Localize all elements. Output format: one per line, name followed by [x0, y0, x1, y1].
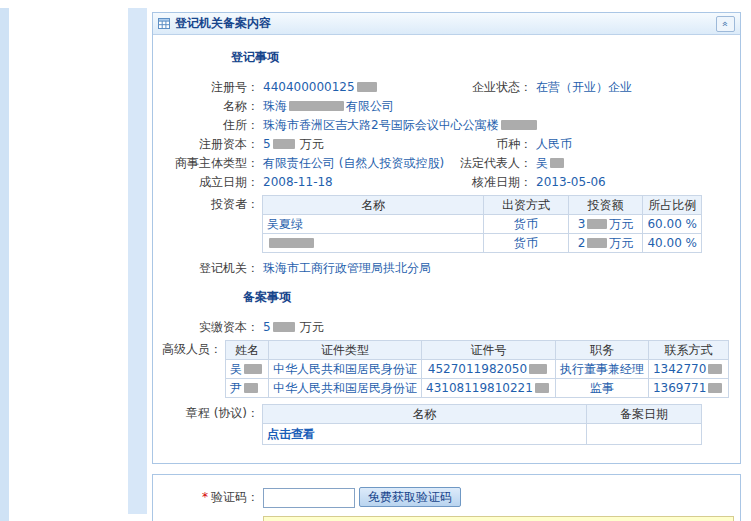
person-name: 尹 [226, 379, 269, 398]
senior-personnel-block: 高级人员： 姓名 证件类型 证件号 职务 联系方式 [153, 340, 740, 398]
field-row: 登记机关： 珠海市工商行政管理局拱北分局 [153, 259, 740, 277]
investment-amount: 3万元 [568, 215, 643, 234]
currency-value: 人民币 [536, 135, 572, 153]
investment-amount: 2万元 [568, 234, 643, 253]
col-header-name: 名称 [263, 196, 484, 215]
field-row: 注册号： 440400000125 企业状态： 在营（开业）企业 [153, 78, 740, 96]
person-name: 吴 [226, 360, 269, 379]
captcha-panel: *验证码： 免费获取验证码 该验证码是发给网上代理人的手机，目前你的网上代理人是… [152, 474, 741, 521]
panel-title: 登记机关备案内容 [175, 15, 271, 32]
col-header-person-name: 姓名 [226, 341, 269, 360]
entity-type-value: 有限责任公司 (自然人投资或控股) [263, 154, 444, 172]
id-type: 中华人民共和国居民身份证 [273, 381, 417, 395]
get-captcha-button[interactable]: 免费获取验证码 [359, 487, 461, 507]
registered-capital-value: 5万元 [263, 135, 324, 153]
table-header-row: 名称 备案日期 [263, 405, 702, 424]
company-name-label: 名称： [153, 97, 259, 115]
status-value: 在营（开业）企业 [536, 78, 632, 96]
chevron-up-icon: » [721, 20, 731, 26]
redacted-text [708, 383, 722, 393]
view-charter-link[interactable]: 点击查看 [267, 427, 315, 441]
captcha-row: *验证码： 免费获取验证码 [153, 487, 740, 509]
panel-header: 登记机关备案内容 » [153, 13, 740, 35]
company-name-value: 珠海有限公司 [263, 97, 394, 115]
authority-link[interactable]: 珠海市工商行政管理局拱北分局 [263, 259, 431, 277]
field-row: 名称： 珠海有限公司 [153, 97, 740, 115]
redacted-text [501, 120, 537, 130]
approval-date-label: 核准日期： [425, 173, 532, 191]
ownership-ratio: 40.00 % [647, 236, 697, 250]
col-header-position: 职务 [555, 341, 648, 360]
field-row: 住所： 珠海市香洲区吉大路2号国际会议中心公寓楼 [153, 116, 740, 134]
establish-date-label: 成立日期： [153, 173, 259, 191]
personnel-row: 吴 中华人民共和国居民身份证 4527011982050 执行董事兼经理 134… [226, 360, 729, 379]
investors-label: 投资者： [153, 195, 259, 214]
ownership-ratio: 60.00 % [647, 217, 697, 231]
table-header-row: 名称 出资方式 投资额 所占比例 [263, 196, 702, 215]
redacted-text [244, 383, 258, 393]
col-header-amount: 投资额 [568, 196, 643, 215]
required-asterisk: * [202, 490, 208, 504]
col-header-id-type: 证件类型 [269, 341, 422, 360]
investors-table: 名称 出资方式 投资额 所占比例 吴夏绿 货币 3万元 60.00 % [262, 195, 702, 253]
address-label: 住所： [153, 116, 259, 134]
investor-row: 吴夏绿 货币 3万元 60.00 % [263, 215, 702, 234]
left-edge-strip [0, 8, 9, 521]
senior-personnel-table: 姓名 证件类型 证件号 职务 联系方式 吴 中华人民共和国居民身份证 45270… [225, 340, 729, 398]
address-value: 珠海市香洲区吉大路2号国际会议中心公寓楼 [263, 116, 539, 134]
position: 执行董事兼经理 [560, 362, 644, 376]
senior-personnel-label: 高级人员： [153, 340, 222, 359]
contact-number: 1342770 [648, 360, 728, 379]
authority-label: 登记机关： [153, 259, 259, 277]
redacted-text [587, 219, 607, 229]
charter-table: 名称 备案日期 点击查看 [262, 404, 702, 445]
registered-capital-label: 注册资本： [153, 135, 259, 153]
section-title-filing: 备案事项 [243, 289, 740, 306]
redacted-text [550, 158, 564, 168]
main-content: 登记机关备案内容 » 登记事项 注册号： 440400000125 企业状态： … [152, 12, 741, 521]
col-header-filing-date: 备案日期 [587, 405, 702, 424]
id-type: 中华人民共和国居民身份证 [273, 362, 417, 376]
establish-date-value: 2008-11-18 [263, 173, 333, 191]
redacted-text [273, 322, 295, 332]
redacted-text [269, 238, 314, 248]
approval-date-value: 2013-05-06 [536, 173, 606, 191]
col-header-method: 出资方式 [484, 196, 568, 215]
captcha-label: *验证码： [153, 487, 259, 507]
filing-date-cell [587, 424, 702, 445]
investors-block: 投资者： 名称 出资方式 投资额 所占比例 吴夏绿 [153, 195, 740, 253]
id-number: 4527011982050 [422, 360, 556, 379]
col-header-doc-name: 名称 [263, 405, 587, 424]
position: 监事 [590, 381, 614, 395]
redacted-text [244, 364, 262, 374]
captcha-input[interactable] [263, 488, 355, 508]
panel-body: 登记事项 注册号： 440400000125 企业状态： 在营（开业）企业 名称… [153, 35, 740, 463]
contribution-method: 货币 [514, 236, 538, 250]
entity-type-label: 商事主体类型： [153, 154, 259, 172]
redacted-text [273, 139, 295, 149]
paid-capital-value: 5万元 [263, 318, 324, 336]
col-header-contact: 联系方式 [648, 341, 728, 360]
legal-rep-label: 法定代表人： [425, 154, 532, 172]
reg-no-label: 注册号： [153, 78, 259, 96]
investor-name-link[interactable]: 吴夏绿 [267, 217, 303, 231]
legal-rep-value: 吴 [536, 154, 566, 172]
charter-row: 点击查看 [263, 424, 702, 445]
field-row: 商事主体类型： 有限责任公司 (自然人投资或控股) 法定代表人： 吴 [153, 154, 740, 172]
field-row: 实缴资本： 5万元 [153, 318, 740, 336]
redacted-text [535, 383, 549, 393]
collapse-panel-button[interactable]: » [716, 16, 735, 32]
col-header-ratio: 所占比例 [643, 196, 702, 215]
field-row: 注册资本： 5万元 币种： 人民币 [153, 135, 740, 153]
status-label: 企业状态： [425, 78, 532, 96]
field-row: 成立日期： 2008-11-18 核准日期： 2013-05-06 [153, 173, 740, 191]
redacted-text [357, 82, 377, 92]
section-title-registration: 登记事项 [231, 49, 740, 66]
redacted-text [708, 364, 722, 374]
redacted-text [529, 364, 547, 374]
redacted-text [289, 101, 344, 111]
investor-row: 货币 2万元 40.00 % [263, 234, 702, 253]
contact-number: 1369771 [648, 379, 728, 398]
table-header-row: 姓名 证件类型 证件号 职务 联系方式 [226, 341, 729, 360]
investor-name-redacted [263, 234, 484, 253]
